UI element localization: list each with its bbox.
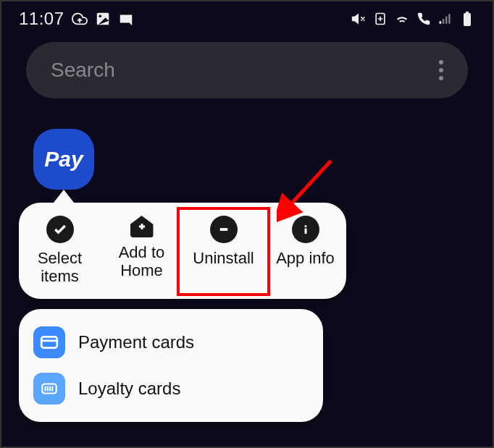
data-saver-icon bbox=[372, 11, 388, 27]
app-icon-label: Pay bbox=[44, 147, 83, 172]
menu-label: Add to Home bbox=[104, 243, 180, 280]
info-icon bbox=[292, 216, 319, 243]
highlight-box bbox=[177, 207, 270, 296]
check-icon bbox=[46, 216, 74, 243]
mute-icon bbox=[351, 11, 367, 27]
menu-label: App info bbox=[276, 249, 335, 267]
shortcut-label: Payment cards bbox=[78, 332, 194, 352]
search-placeholder: Search bbox=[51, 59, 115, 82]
clock: 11:07 bbox=[19, 9, 64, 29]
svg-rect-9 bbox=[304, 229, 306, 234]
message-icon bbox=[118, 11, 134, 27]
app-info-button[interactable]: App info bbox=[264, 216, 346, 286]
svg-point-8 bbox=[304, 225, 306, 227]
svg-point-1 bbox=[99, 15, 101, 18]
shortcut-list: Payment cards Loyalty cards bbox=[19, 309, 323, 422]
barcode-icon bbox=[33, 373, 65, 405]
wifi-calling-icon bbox=[416, 11, 432, 27]
samsung-pay-app-icon[interactable]: Pay bbox=[33, 129, 94, 190]
menu-label: Select items bbox=[22, 249, 98, 286]
more-options-icon[interactable] bbox=[439, 60, 443, 80]
svg-rect-10 bbox=[41, 337, 57, 347]
uninstall-button[interactable]: Uninstall bbox=[183, 216, 264, 286]
battery-icon bbox=[459, 11, 475, 27]
card-icon bbox=[33, 326, 65, 358]
add-to-home-button[interactable]: Add to Home bbox=[101, 216, 183, 286]
loyalty-cards-shortcut[interactable]: Loyalty cards bbox=[19, 365, 323, 412]
home-plus-icon bbox=[130, 216, 154, 237]
shortcut-label: Loyalty cards bbox=[78, 379, 180, 399]
signal-icon bbox=[438, 11, 453, 27]
popup-pointer bbox=[54, 190, 74, 203]
status-left: 11:07 bbox=[19, 9, 134, 29]
svg-line-18 bbox=[288, 161, 331, 208]
cloud-icon bbox=[72, 11, 88, 27]
status-bar: 11:07 bbox=[1, 1, 493, 36]
payment-cards-shortcut[interactable]: Payment cards bbox=[19, 319, 323, 365]
wifi-icon bbox=[394, 11, 410, 27]
image-icon bbox=[95, 11, 111, 27]
select-items-button[interactable]: Select items bbox=[19, 216, 101, 286]
svg-rect-3 bbox=[464, 13, 471, 26]
search-bar[interactable]: Search bbox=[26, 42, 468, 98]
context-menu: Select items Add to Home Uninstall App i… bbox=[19, 203, 346, 299]
status-right bbox=[351, 11, 475, 27]
svg-rect-4 bbox=[466, 12, 469, 13]
